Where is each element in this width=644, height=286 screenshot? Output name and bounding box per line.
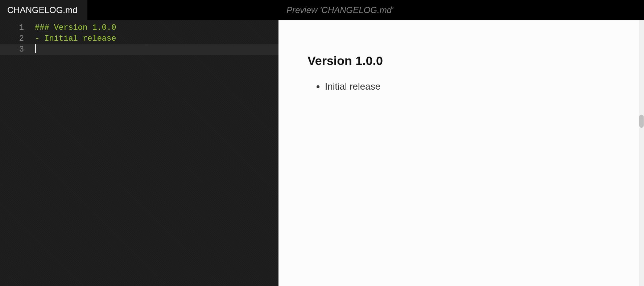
line-number: 2 <box>0 33 35 44</box>
editor-line[interactable]: 1### Version 1.0.0 <box>0 23 278 33</box>
preview-list: Initial release <box>307 81 615 92</box>
preview-body: Version 1.0.0 Initial release <box>278 20 644 286</box>
line-content[interactable]: - Initial release <box>35 33 278 44</box>
editor-body[interactable]: 1### Version 1.0.02- Initial release3 <box>0 20 278 286</box>
preview-scrollbar-thumb[interactable] <box>639 115 644 128</box>
editor-tab-active[interactable]: CHANGELOG.md <box>0 0 87 20</box>
app-root: CHANGELOG.md 1### Version 1.0.02- Initia… <box>0 0 644 286</box>
preview-scrollbar-track[interactable] <box>639 20 644 286</box>
line-number: 1 <box>0 23 35 33</box>
preview-tab-active[interactable]: Preview 'CHANGELOG.md' <box>278 0 401 20</box>
editor-tab-bar: CHANGELOG.md <box>0 0 278 20</box>
preview-tab-label: Preview 'CHANGELOG.md' <box>286 5 393 15</box>
preview-pane: Preview 'CHANGELOG.md' Version 1.0.0 Ini… <box>278 0 644 286</box>
preview-list-item: Initial release <box>325 81 615 92</box>
preview-heading: Version 1.0.0 <box>307 54 615 68</box>
text-cursor <box>35 44 36 53</box>
line-number: 3 <box>0 44 35 55</box>
line-content[interactable] <box>35 44 278 56</box>
editor-line[interactable]: 2- Initial release <box>0 33 278 44</box>
editor-pane: CHANGELOG.md 1### Version 1.0.02- Initia… <box>0 0 278 286</box>
preview-tab-bar: Preview 'CHANGELOG.md' <box>278 0 644 20</box>
editor-tab-label: CHANGELOG.md <box>7 5 77 15</box>
editor-line[interactable]: 3 <box>0 44 278 55</box>
line-content[interactable]: ### Version 1.0.0 <box>35 23 278 33</box>
